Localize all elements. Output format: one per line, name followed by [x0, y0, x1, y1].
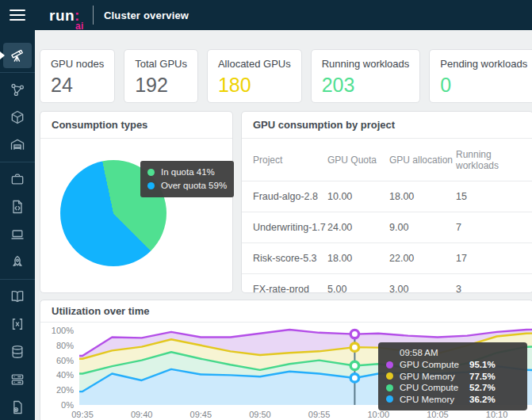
sidebar-item-data[interactable] — [3, 339, 32, 365]
sidebar-item-nodes[interactable] — [3, 367, 32, 392]
cell-project: Underwriting-1.7 — [242, 212, 327, 243]
logo-run-text: run — [49, 7, 75, 24]
main-content: GPU nodes 24 Total GPUs 192 Allocated GP… — [35, 30, 532, 420]
x-axis-tick: 09:40 — [124, 410, 159, 419]
sidebar-item-templates[interactable] — [3, 194, 32, 220]
book-icon — [10, 288, 25, 304]
tooltip-row-cpu-compute: CPU Compute 52.7% — [386, 382, 519, 394]
file-pin-icon — [10, 399, 25, 415]
sidebar-item-models[interactable] — [3, 105, 32, 130]
cell-allocation: 22.00 — [389, 243, 456, 274]
pie-legend-tooltip: In quota 41% Over quota 59% — [140, 161, 234, 197]
tooltip-row-cpu-memory: CPU Memory 36.2% — [386, 394, 519, 406]
tooltip-label: GPU Memory — [400, 371, 469, 383]
cell-allocation: 9.00 — [389, 212, 456, 243]
sidebar-item-deployments[interactable] — [3, 250, 32, 275]
card-title: Utilization over time — [40, 300, 532, 323]
network-nodes-icon — [10, 82, 25, 97]
stat-card-running-workloads[interactable]: Running workloads 203 — [311, 49, 421, 103]
telescope-icon — [10, 48, 25, 63]
cell-quota: 5.00 — [327, 274, 389, 294]
stat-label: Allocated GPUs — [218, 58, 291, 70]
col-header-gpu-allocation[interactable]: GPU allocation — [389, 139, 456, 181]
sidebar-divider — [0, 279, 35, 280]
sidebar-item-network[interactable] — [3, 77, 32, 102]
cell-project: Risk-score-5.3 — [242, 243, 327, 274]
x-axis-tick: 09:50 — [243, 410, 277, 419]
over-quota-dot-icon — [147, 182, 155, 189]
database-icon — [10, 344, 25, 360]
menu-icon[interactable] — [10, 10, 25, 21]
y-axis-tick: 60% — [45, 356, 74, 365]
sidebar-item-api[interactable] — [3, 311, 32, 337]
cell-workloads: 17 — [456, 243, 532, 274]
tooltip-time: 09:58 AM — [386, 347, 519, 359]
tooltip-row-gpu-compute: GPU Compute 95.1% — [386, 359, 519, 371]
sidebar-divider — [0, 162, 35, 162]
stat-value: 24 — [51, 74, 104, 97]
file-code-icon — [10, 199, 25, 215]
sidebar-item-workspaces[interactable] — [3, 222, 32, 247]
sidebar-item-overview[interactable] — [3, 43, 32, 68]
active-item-pointer-icon — [0, 52, 5, 59]
col-header-project[interactable]: Project — [242, 139, 327, 181]
laptop-icon — [10, 227, 25, 242]
cell-quota: 10.00 — [327, 181, 389, 212]
cell-workloads: 3 — [456, 274, 532, 294]
x-axis-tick: 09:45 — [183, 410, 218, 419]
table-header-row: Project GPU Quota GPU allocation Running… — [242, 139, 532, 181]
tooltip-value: 36.2% — [469, 394, 496, 406]
sidebar-item-registry[interactable] — [3, 132, 32, 158]
stat-card-allocated-gpus[interactable]: Allocated GPUs 180 — [207, 49, 302, 103]
stat-cards-row: GPU nodes 24 Total GPUs 192 Allocated GP… — [40, 49, 532, 103]
rocket-icon — [10, 254, 25, 270]
cell-allocation: 3.00 — [389, 274, 456, 294]
cell-project: Fraud-algo-2.8 — [242, 181, 327, 212]
table-row[interactable]: Fraud-algo-2.8 10.00 18.00 15 — [242, 181, 532, 212]
gpu-compute-dot-icon — [386, 361, 393, 368]
y-axis-tick: 100% — [45, 326, 74, 335]
utilization-chart[interactable]: 09:58 AM GPU Compute 95.1% GPU Memory 77… — [40, 323, 532, 420]
stat-value: 203 — [322, 74, 410, 97]
logo-ai-text: ai — [75, 21, 84, 31]
table-row[interactable]: FX-rate-prod 5.00 3.00 3 — [242, 274, 532, 294]
chart-tooltip: 09:58 AM GPU Compute 95.1% GPU Memory 77… — [378, 342, 527, 410]
stat-card-gpu-nodes[interactable]: GPU nodes 24 — [40, 49, 115, 103]
gpu-memory-dot-icon — [386, 372, 393, 380]
top-bar: run: ai Cluster overview — [0, 0, 532, 30]
sidebar-item-projects[interactable] — [3, 166, 32, 192]
legend-label: Over quota 59% — [161, 179, 227, 193]
stat-label: GPU nodes — [51, 58, 104, 70]
stat-label: Pending workloads — [440, 58, 527, 70]
table-row[interactable]: Underwriting-1.7 24.00 9.00 7 — [242, 212, 532, 243]
x-axis-tick: 09:55 — [302, 410, 337, 419]
cell-quota: 18.00 — [327, 243, 389, 274]
cell-allocation: 18.00 — [389, 181, 456, 212]
stat-value: 192 — [135, 74, 187, 97]
stat-card-pending-workloads[interactable]: Pending workloads 0 — [429, 49, 532, 103]
sidebar-nav — [0, 30, 35, 420]
gpu-consumption-card: GPU consumption by project Project GPU Q… — [241, 111, 532, 293]
y-axis-tick: 20% — [45, 385, 74, 395]
tooltip-label: GPU Compute — [400, 359, 469, 371]
x-axis-tick: 10:05 — [420, 410, 455, 419]
card-title: Consumption types — [40, 112, 232, 139]
servers-icon — [10, 372, 25, 388]
col-header-gpu-quota[interactable]: GPU Quota — [327, 139, 389, 181]
page-title: Cluster overview — [104, 10, 189, 21]
col-header-running-workloads[interactable]: Running workloads — [456, 139, 532, 181]
tooltip-value: 52.7% — [469, 382, 496, 394]
in-quota-dot-icon — [147, 169, 155, 176]
middle-row: Consumption types In quota 41% Over quot… — [40, 111, 532, 293]
stat-value: 0 — [440, 74, 527, 97]
sidebar-item-audit[interactable] — [3, 395, 32, 420]
sidebar-item-docs[interactable] — [3, 284, 32, 309]
legend-item-in-quota: In quota 41% — [147, 166, 227, 179]
tooltip-value: 95.1% — [469, 359, 496, 371]
stat-card-total-gpus[interactable]: Total GPUs 192 — [124, 49, 198, 103]
consumption-types-card: Consumption types In quota 41% Over quot… — [40, 111, 233, 293]
table-row[interactable]: Risk-score-5.3 18.00 22.00 17 — [242, 243, 532, 274]
runai-logo: run: ai — [49, 8, 83, 23]
tooltip-row-gpu-memory: GPU Memory 77.5% — [386, 371, 519, 383]
x-axis-tick: 10:00 — [361, 410, 396, 419]
